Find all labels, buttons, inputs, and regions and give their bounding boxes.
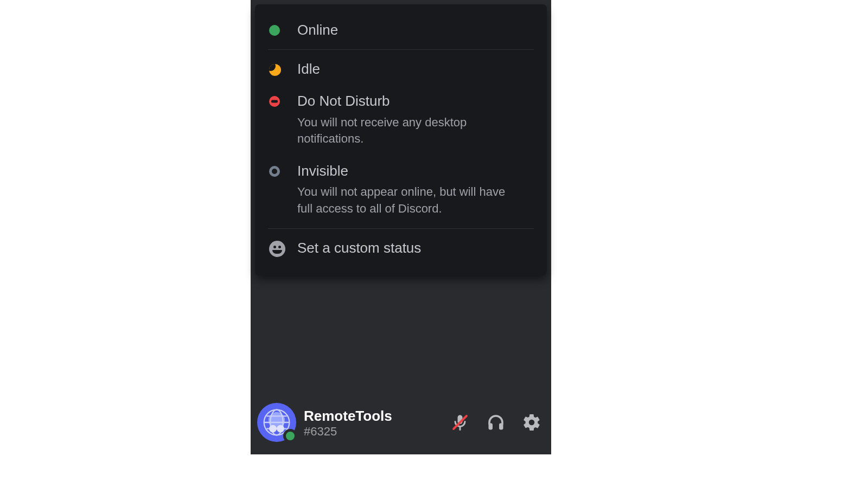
status-option-label: Idle — [297, 61, 534, 78]
divider — [268, 228, 534, 229]
status-option-idle[interactable]: Idle — [255, 53, 547, 85]
mute-mic-button[interactable] — [449, 412, 471, 433]
headphones-icon — [486, 413, 506, 432]
discord-user-panel: Online Idle Do Not Disturb You will no — [251, 0, 551, 454]
avatar[interactable] — [257, 403, 296, 442]
user-settings-button[interactable] — [521, 412, 542, 433]
svg-point-5 — [269, 425, 277, 433]
idle-status-icon — [269, 64, 281, 76]
microphone-muted-icon — [450, 413, 470, 432]
status-option-label: Do Not Disturb — [297, 93, 534, 110]
status-option-invisible[interactable]: Invisible You will not appear online, bu… — [255, 155, 547, 225]
dnd-status-icon — [269, 96, 280, 107]
gear-icon — [522, 413, 541, 432]
user-bar: RemoteTools #6325 — [251, 390, 551, 454]
user-status-indicator — [283, 429, 297, 443]
set-custom-status[interactable]: Set a custom status — [255, 232, 547, 265]
custom-status-label: Set a custom status — [297, 240, 534, 256]
divider — [268, 49, 534, 50]
svg-point-6 — [277, 425, 284, 433]
status-option-description: You will not receive any desktop notific… — [297, 114, 514, 148]
status-option-label: Invisible — [297, 163, 534, 179]
status-popup: Online Idle Do Not Disturb You will no — [255, 4, 547, 275]
status-option-dnd[interactable]: Do Not Disturb You will not receive any … — [255, 85, 547, 155]
status-option-label: Online — [297, 22, 534, 38]
user-info[interactable]: RemoteTools #6325 — [304, 408, 401, 438]
svg-rect-9 — [489, 423, 493, 430]
status-option-online[interactable]: Online — [255, 14, 547, 46]
status-option-description: You will not appear online, but will hav… — [297, 184, 514, 217]
user-discriminator: #6325 — [304, 426, 401, 438]
svg-rect-10 — [499, 423, 503, 430]
smiley-icon — [269, 241, 285, 257]
invisible-status-icon — [269, 166, 280, 177]
deafen-button[interactable] — [485, 412, 507, 433]
username: RemoteTools — [304, 408, 401, 425]
online-status-icon — [269, 25, 280, 36]
